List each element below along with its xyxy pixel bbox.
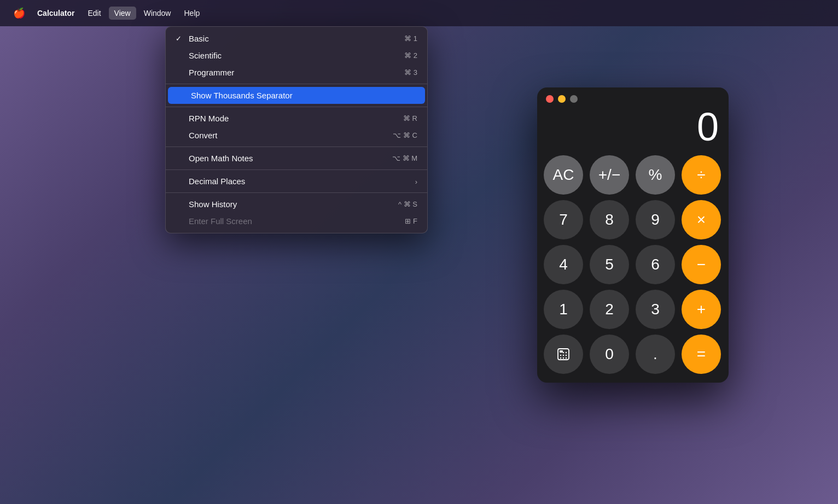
calculator-titlebar: [537, 87, 729, 107]
menu-item-left-show-thousands: Show Thousands Separator: [178, 91, 293, 100]
svg-point-4: [566, 355, 567, 356]
calc-btn-6[interactable]: 6: [636, 245, 675, 284]
calc-btn-3[interactable]: 3: [636, 290, 675, 329]
menu-item-left-basic: ✓Basic: [176, 34, 209, 43]
calculator-display: 0: [537, 107, 729, 153]
menu-separator: [166, 107, 427, 107]
menu-item-math-notes[interactable]: Open Math Notes⌥ ⌘ M: [166, 150, 427, 167]
menu-item-label-history: Show History: [189, 200, 237, 209]
menu-item-check-basic: ✓: [176, 34, 184, 43]
calc-btn-ac[interactable]: AC: [544, 155, 583, 195]
menu-item-shortcut-fullscreen: ⊞ F: [405, 217, 417, 225]
svg-point-9: [563, 352, 564, 353]
menu-item-label-basic: Basic: [189, 34, 209, 43]
menubar-help[interactable]: Help: [178, 7, 205, 20]
menu-item-left-rpn: RPN Mode: [176, 114, 229, 123]
calc-btn-percent[interactable]: %: [636, 155, 675, 195]
apple-icon: 🍎: [13, 8, 25, 19]
menu-item-history[interactable]: Show History^ ⌘ S: [166, 196, 427, 213]
calc-btn-5[interactable]: 5: [590, 245, 629, 284]
menu-item-shortcut-rpn: ⌘ R: [403, 114, 417, 122]
menu-item-label-show-thousands: Show Thousands Separator: [191, 91, 293, 100]
menubar-window[interactable]: Window: [138, 7, 177, 20]
zoom-button[interactable]: [570, 95, 578, 103]
calc-btn-subtract[interactable]: −: [682, 245, 721, 284]
calc-btn-8[interactable]: 8: [590, 200, 629, 239]
svg-point-7: [566, 358, 567, 359]
menu-separator: [166, 169, 427, 170]
svg-point-5: [560, 358, 561, 359]
calc-btn-plus-minus[interactable]: +/−: [590, 155, 629, 195]
menu-separator: [166, 146, 427, 147]
menu-item-label-fullscreen: Enter Full Screen: [189, 216, 252, 226]
apple-menu[interactable]: 🍎: [9, 5, 30, 21]
calc-btn-7[interactable]: 7: [544, 200, 583, 239]
view-dropdown-menu: ✓Basic⌘ 1Scientific⌘ 2Programmer⌘ 3Show …: [165, 26, 428, 233]
menu-separator: [166, 84, 427, 84]
calculator-window: 0 AC+/−%÷789×456−123+ 0.=: [537, 87, 729, 383]
calc-btn-divide[interactable]: ÷: [682, 155, 721, 195]
menu-item-convert[interactable]: Convert⌥ ⌘ C: [166, 127, 427, 144]
calc-btn-equals[interactable]: =: [682, 335, 721, 374]
calc-btn-decimal-btn[interactable]: .: [636, 335, 675, 374]
menu-item-basic[interactable]: ✓Basic⌘ 1: [166, 30, 427, 47]
menu-item-scientific[interactable]: Scientific⌘ 2: [166, 47, 427, 64]
menu-item-label-decimal: Decimal Places: [189, 177, 245, 186]
calc-btn-0[interactable]: 0: [590, 335, 629, 374]
menu-item-shortcut-programmer: ⌘ 3: [404, 68, 417, 77]
menu-item-shortcut-convert: ⌥ ⌘ C: [393, 131, 417, 139]
menu-item-label-scientific: Scientific: [189, 51, 222, 60]
menu-item-show-thousands[interactable]: Show Thousands Separator: [168, 87, 425, 104]
menu-separator: [166, 192, 427, 193]
calculator-buttons: AC+/−%÷789×456−123+ 0.=: [537, 153, 729, 383]
svg-rect-1: [560, 350, 563, 353]
svg-point-2: [560, 355, 561, 356]
menubar: 🍎 Calculator Edit View Window Help: [0, 0, 838, 26]
calc-btn-1[interactable]: 1: [544, 290, 583, 329]
menu-item-programmer[interactable]: Programmer⌘ 3: [166, 64, 427, 81]
menu-item-shortcut-basic: ⌘ 1: [404, 34, 417, 43]
menu-item-shortcut-scientific: ⌘ 2: [404, 51, 417, 60]
calc-btn-9[interactable]: 9: [636, 200, 675, 239]
menu-item-left-math-notes: Open Math Notes: [176, 154, 253, 163]
menu-item-rpn[interactable]: RPN Mode⌘ R: [166, 110, 427, 127]
menu-item-left-convert: Convert: [176, 131, 218, 140]
menu-item-left-history: Show History: [176, 200, 237, 209]
submenu-arrow-icon: ›: [415, 178, 417, 186]
display-value: 0: [697, 105, 718, 149]
calc-btn-calc-icon[interactable]: [544, 335, 583, 374]
menubar-view[interactable]: View: [109, 7, 136, 20]
menu-item-shortcut-math-notes: ⌥ ⌘ M: [392, 154, 417, 162]
close-button[interactable]: [546, 95, 554, 103]
menubar-edit[interactable]: Edit: [82, 7, 106, 20]
menu-item-left-scientific: Scientific: [176, 51, 222, 60]
menu-item-label-convert: Convert: [189, 131, 218, 140]
menu-item-left-programmer: Programmer: [176, 68, 234, 77]
svg-point-8: [566, 352, 567, 353]
svg-point-3: [563, 355, 564, 356]
calc-btn-2[interactable]: 2: [590, 290, 629, 329]
menu-item-left-fullscreen: Enter Full Screen: [176, 216, 252, 226]
menu-item-left-decimal: Decimal Places: [176, 177, 245, 186]
svg-point-6: [563, 358, 564, 359]
menu-item-shortcut-history: ^ ⌘ S: [398, 200, 417, 208]
calc-btn-4[interactable]: 4: [544, 245, 583, 284]
menu-item-decimal[interactable]: Decimal Places›: [166, 173, 427, 190]
menu-item-label-programmer: Programmer: [189, 68, 234, 77]
menu-item-label-math-notes: Open Math Notes: [189, 154, 253, 163]
minimize-button[interactable]: [558, 95, 566, 103]
menu-item-fullscreen: Enter Full Screen⊞ F: [166, 213, 427, 230]
calc-btn-multiply[interactable]: ×: [682, 200, 721, 239]
menu-item-label-rpn: RPN Mode: [189, 114, 229, 123]
calc-btn-add[interactable]: +: [682, 290, 721, 329]
menubar-app-name[interactable]: Calculator: [32, 7, 80, 20]
